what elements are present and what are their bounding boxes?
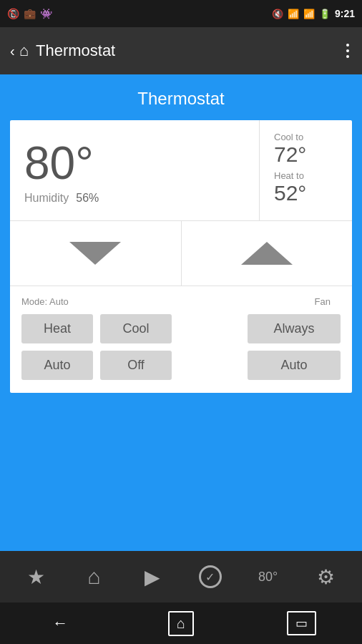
controls-row [10,221,352,286]
sys-home-icon: ⌂ [168,611,194,636]
humidity-label: Humidity [24,192,69,205]
increase-temp-button[interactable] [182,221,353,286]
nav-settings[interactable]: ⚙ [297,565,355,589]
signal-icon: 📶 [303,9,315,19]
chevron-down-icon [69,242,121,265]
sys-back-button[interactable]: ← [0,614,121,633]
app-bar: ‹ ⌂ Thermostat [0,27,362,74]
heat-to-label: Heat to [274,170,338,181]
temp-display: 80° [258,570,278,585]
game-icon: 👾 [40,8,52,19]
status-bar: 📵 💼 👾 🔇 📶 📶 🔋 9:21 [0,0,362,27]
heat-to-value: 52° [274,181,338,205]
current-temperature: 80° [24,140,245,186]
mode-section: Mode: Auto Fan Heat Cool Auto Off Always [10,286,352,393]
bottom-nav: ★ ⌂ ▶ ✓ 80° ⚙ [0,551,362,602]
current-temp-section: 80° Humidity 56% [10,120,259,220]
fan-label: Fan [315,296,331,307]
bag-icon: 💼 [24,8,36,19]
nav-media[interactable]: ▶ [123,565,181,589]
notification-icon: 📵 [7,8,19,19]
mode-buttons-container: Heat Cool Auto Off [21,314,240,380]
nav-temp[interactable]: 80° [239,570,297,585]
thermostat-card: 80° Humidity 56% Cool to 72° Heat to 52° [10,120,352,393]
menu-dot-2 [346,49,349,52]
target-temps-section: Cool to 72° Heat to 52° [259,120,352,220]
fan-buttons-container: Always Auto [248,314,341,380]
overflow-menu-button[interactable] [343,41,352,61]
wifi-icon: 📶 [288,9,299,19]
main-content: Thermostat 80° Humidity 56% Cool to 72° … [0,74,362,551]
decrease-temp-button[interactable] [10,221,182,286]
chevron-up-icon [241,242,293,265]
auto-button[interactable]: Auto [21,351,93,380]
sys-home-button[interactable]: ⌂ [121,611,242,636]
mode-label: Mode: Auto [21,296,69,307]
heat-button[interactable]: Heat [21,314,93,343]
clock: 9:21 [335,8,355,19]
humidity-value: 56% [76,192,99,205]
app-bar-title: Thermostat [36,42,343,60]
cool-button[interactable]: Cool [100,314,172,343]
home-nav-icon: ⌂ [87,565,100,589]
mode-row-1: Heat Cool [21,314,240,343]
system-nav: ← ⌂ ▭ [0,602,362,644]
recents-icon: ▭ [287,611,316,635]
sys-recents-button[interactable]: ▭ [241,611,362,635]
humidity-row: Humidity 56% [24,192,245,205]
fan-auto-button[interactable]: Auto [248,351,341,380]
menu-dot-3 [346,55,349,58]
home-icon: ⌂ [19,42,29,60]
menu-dot-1 [346,44,349,47]
check-icon: ✓ [199,565,222,588]
cool-to-label: Cool to [274,132,338,142]
mode-row-2: Auto Off [21,351,240,380]
back-arrow-icon: ← [52,614,68,633]
cool-to-value: 72° [274,142,338,166]
nav-home[interactable]: ⌂ [65,565,123,589]
mute-icon: 🔇 [272,9,283,19]
off-button[interactable]: Off [100,351,172,380]
fan-always-button[interactable]: Always [248,314,341,343]
back-button[interactable]: ‹ [10,43,15,59]
mode-fan-container: Heat Cool Auto Off Always Auto [21,314,341,380]
temperature-row: 80° Humidity 56% Cool to 72° Heat to 52° [10,120,352,221]
star-icon: ★ [27,565,45,589]
status-bar-right: 🔇 📶 📶 🔋 9:21 [272,8,355,19]
gear-icon: ⚙ [317,565,335,589]
nav-favorites[interactable]: ★ [7,565,65,589]
mode-fan-labels: Mode: Auto Fan [21,296,341,307]
status-bar-left: 📵 💼 👾 [7,8,52,19]
page-title: Thermostat [137,89,224,109]
play-icon: ▶ [145,565,160,589]
nav-check[interactable]: ✓ [181,565,239,588]
battery-icon: 🔋 [319,9,331,19]
